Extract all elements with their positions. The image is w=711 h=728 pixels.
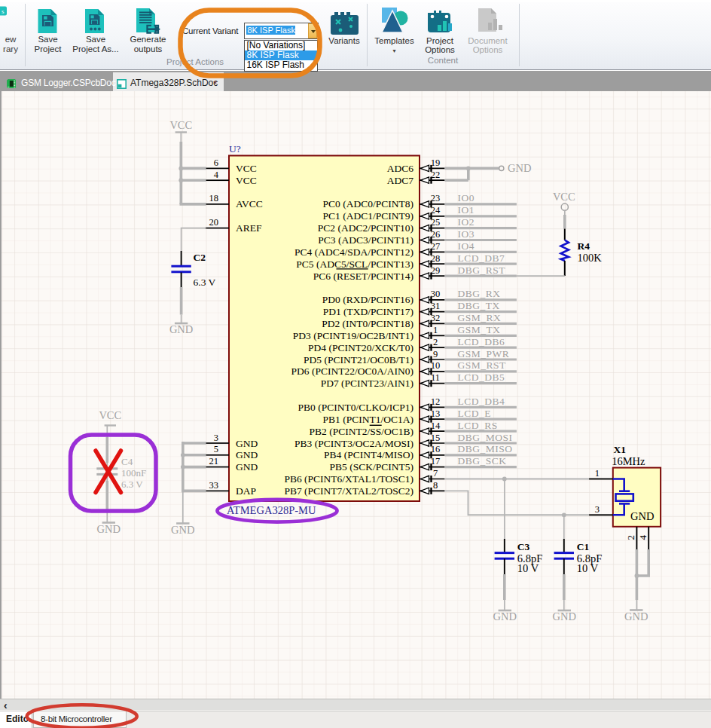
svg-text:IO1: IO1: [458, 204, 475, 216]
svg-text:6: 6: [214, 158, 218, 168]
svg-text:VCC: VCC: [553, 191, 575, 203]
svg-text:IO0: IO0: [458, 192, 475, 203]
svg-text:PB3 (PCINT3/OC2A/MOSI): PB3 (PCINT3/OC2A/MOSI): [294, 438, 413, 449]
svg-text:31: 31: [431, 301, 441, 311]
svg-text:PB7 (PCINT7/XTAL2/TOSC2): PB7 (PCINT7/XTAL2/TOSC2): [284, 485, 413, 497]
svg-text:GND: GND: [169, 323, 193, 335]
svg-text:23: 23: [431, 193, 441, 203]
svg-text:s: s: [2, 8, 5, 15]
svg-text:16MHz: 16MHz: [612, 455, 645, 467]
svg-text:LCD_DB4: LCD_DB4: [458, 396, 505, 407]
svg-text:20: 20: [209, 217, 219, 228]
svg-text:C3: C3: [517, 541, 530, 552]
svg-text:GND: GND: [97, 523, 121, 535]
svg-text:1: 1: [433, 325, 438, 335]
svg-text:PD4 (PCINT20/XCK/T0): PD4 (PCINT20/XCK/T0): [308, 342, 413, 353]
svg-text:X1: X1: [614, 444, 627, 455]
svg-text:AVCC: AVCC: [236, 198, 263, 210]
svg-text:C4: C4: [121, 456, 133, 467]
svg-text:U?: U?: [229, 143, 241, 154]
svg-text:27: 27: [431, 241, 441, 252]
svg-text:GND: GND: [236, 461, 258, 473]
svg-text:100nF: 100nF: [121, 467, 146, 479]
svg-text:GND: GND: [630, 510, 654, 522]
svg-text:25: 25: [431, 217, 441, 228]
svg-text:GND: GND: [553, 610, 576, 622]
svg-text:PC1 (ADC1/PCINT9): PC1 (ADC1/PCINT9): [323, 210, 413, 222]
svg-text:DBG_MOSI: DBG_MOSI: [458, 432, 513, 443]
svg-text:4: 4: [214, 170, 219, 180]
svg-text:PB2 (PCINT2/SS/OC1B): PB2 (PCINT2/SS/OC1B): [310, 426, 413, 437]
svg-text:22: 22: [431, 170, 441, 180]
svg-text:PC5 (ADC5/SCL/PCINT13): PC5 (ADC5/SCL/PCINT13): [296, 258, 413, 270]
svg-text:100K: 100K: [578, 252, 603, 264]
svg-text:GND: GND: [624, 610, 648, 622]
svg-text:DBG_RST: DBG_RST: [458, 265, 506, 276]
svg-text:PD0 (RXD/PCINT16): PD0 (RXD/PCINT16): [322, 294, 413, 305]
svg-text:C2: C2: [194, 252, 206, 263]
svg-text:12: 12: [431, 396, 441, 407]
svg-text:DBG_SCK: DBG_SCK: [458, 455, 507, 466]
svg-text:2: 2: [433, 337, 438, 347]
svg-text:30: 30: [431, 289, 441, 299]
svg-text:LCD_DB7: LCD_DB7: [458, 252, 505, 264]
svg-text:GND: GND: [236, 438, 258, 449]
svg-text:DBG_RX: DBG_RX: [458, 288, 501, 299]
svg-text:4: 4: [637, 535, 648, 540]
svg-text:VCC: VCC: [99, 409, 121, 421]
svg-text:LCD_DB5: LCD_DB5: [458, 372, 505, 383]
svg-text:PD3 (PCINT19/OC2B/INT1): PD3 (PCINT19/OC2B/INT1): [293, 330, 413, 341]
svg-text:AREF: AREF: [236, 222, 262, 234]
svg-text:PD6 (PCINT22/OC0A/AIN0): PD6 (PCINT22/OC0A/AIN0): [291, 366, 413, 377]
svg-text:IO4: IO4: [458, 240, 475, 252]
svg-text:GSM_RST: GSM_RST: [458, 359, 507, 371]
svg-text:DBG_MISO: DBG_MISO: [458, 443, 513, 454]
svg-text:ADC6: ADC6: [387, 163, 414, 174]
svg-text:2: 2: [625, 535, 636, 540]
svg-text:9: 9: [433, 349, 438, 359]
svg-text:17: 17: [431, 456, 441, 466]
svg-text:3: 3: [595, 504, 600, 515]
svg-text:GND: GND: [493, 610, 517, 622]
svg-text:GSM_RX: GSM_RX: [458, 312, 502, 323]
svg-text:IO2: IO2: [458, 216, 475, 228]
svg-text:5: 5: [214, 444, 218, 454]
svg-text:10 V: 10 V: [577, 562, 599, 574]
svg-text:15: 15: [431, 433, 441, 443]
svg-text:19: 19: [431, 158, 441, 168]
svg-text:LCD_E: LCD_E: [458, 408, 492, 419]
svg-text:24: 24: [431, 205, 441, 216]
svg-text:PB5 (SCK/PCINT5): PB5 (SCK/PCINT5): [330, 461, 413, 473]
svg-text:VCC: VCC: [236, 175, 257, 186]
svg-text:21: 21: [209, 456, 219, 466]
svg-text:PD7 (PCINT23/AIN1): PD7 (PCINT23/AIN1): [321, 378, 413, 389]
svg-text:33: 33: [209, 480, 219, 491]
svg-text:11: 11: [431, 372, 440, 383]
svg-text:LCD_DB6: LCD_DB6: [458, 336, 505, 347]
svg-text:PB4 (PCINT4/MISO): PB4 (PCINT4/MISO): [324, 449, 413, 460]
svg-text:GND: GND: [171, 524, 194, 536]
svg-text:28: 28: [431, 253, 441, 264]
svg-text:LCD_RS: LCD_RS: [458, 420, 498, 431]
svg-text:PC3 (ADC3/PCINT11): PC3 (ADC3/PCINT11): [318, 234, 413, 246]
svg-text:26: 26: [431, 229, 441, 240]
svg-text:PC0 (ADC0/PCINT8): PC0 (ADC0/PCINT8): [323, 198, 413, 210]
svg-text:10: 10: [431, 360, 441, 371]
svg-text:IO3: IO3: [458, 228, 475, 240]
svg-text:ADC7: ADC7: [387, 175, 414, 186]
svg-text:13: 13: [431, 408, 441, 419]
svg-text:14: 14: [431, 421, 441, 431]
svg-text:PB1 (PCINT1/OC1A): PB1 (PCINT1/OC1A): [323, 414, 413, 425]
svg-text:R4: R4: [578, 240, 590, 252]
svg-text:VCC: VCC: [236, 163, 257, 174]
svg-text:GSM_TX: GSM_TX: [458, 324, 501, 335]
svg-text:VCC: VCC: [169, 119, 192, 131]
svg-text:PC2 (ADC2/PCINT10): PC2 (ADC2/PCINT10): [318, 222, 413, 234]
svg-text:GND: GND: [236, 449, 258, 460]
svg-text:10 V: 10 V: [517, 562, 539, 574]
svg-text:PB0 (PCINT0/CLKO/ICP1): PB0 (PCINT0/CLKO/ICP1): [298, 402, 413, 413]
svg-text:16: 16: [431, 444, 441, 454]
svg-text:DBG_TX: DBG_TX: [458, 300, 500, 311]
svg-text:PD5 (PCINT21/OC0B/T1): PD5 (PCINT21/OC0B/T1): [304, 354, 413, 366]
svg-text:32: 32: [431, 313, 441, 323]
